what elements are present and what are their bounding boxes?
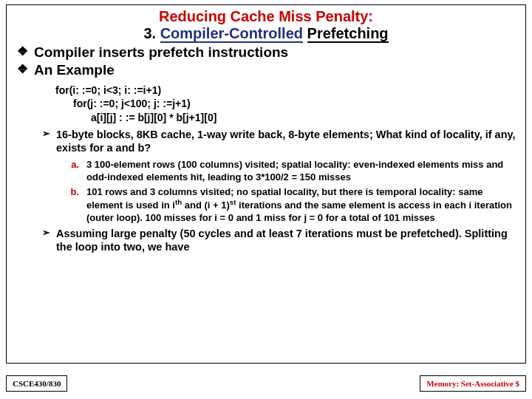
diamond-text: Compiler inserts prefetch instructions	[34, 44, 288, 61]
diamond-item: An Example	[17, 61, 518, 79]
code-line: a[i][j] : := b[j][0] * b[j+1][0]	[55, 111, 518, 125]
title-prefix: 3.	[143, 25, 156, 41]
alpha-text: 3 100-element rows (100 columns) visited…	[86, 159, 518, 183]
footer-left: CSCE430/830	[6, 375, 67, 392]
title-line1: Reducing Cache Miss Penalty:	[14, 8, 518, 25]
title-line2: 3. Compiler-Controlled Prefetching	[14, 25, 518, 42]
chevron-text: Assuming large penalty (50 cycles and at…	[56, 227, 518, 253]
alpha-item: a. 3 100-element rows (100 columns) visi…	[66, 159, 518, 183]
sup-th: th	[175, 198, 182, 206]
alpha-list: a. 3 100-element rows (100 columns) visi…	[14, 159, 518, 224]
alpha-text: 101 rows and 3 columns visited; no spati…	[86, 186, 518, 224]
alpha-span: and (i + 1)	[182, 200, 230, 211]
alpha-marker: b.	[66, 186, 79, 224]
alpha-item: b. 101 rows and 3 columns visited; no sp…	[66, 186, 518, 224]
diamond-text: An Example	[34, 61, 115, 79]
diamond-item: Compiler inserts prefetch instructions	[17, 44, 518, 61]
title-main: Compiler-Controlled	[160, 25, 303, 43]
chevron-item: Assuming large penalty (50 cycles and at…	[42, 227, 518, 253]
code-block: for(i: :=0; i<3; i: :=i+1) for(j: :=0; j…	[55, 83, 518, 126]
chevron-list: 16-byte blocks, 8KB cache, 1-way write b…	[14, 128, 518, 154]
alpha-marker: a.	[66, 159, 79, 183]
footer-right: Memory: Set-Associative $	[420, 375, 526, 392]
chevron-item: 16-byte blocks, 8KB cache, 1-way write b…	[42, 128, 518, 154]
chevron-list: Assuming large penalty (50 cycles and at…	[14, 227, 518, 253]
code-line: for(j: :=0; j<100; j: :=j+1)	[55, 97, 518, 111]
chevron-text: 16-byte blocks, 8KB cache, 1-way write b…	[56, 128, 518, 154]
slide-frame: Reducing Cache Miss Penalty: 3. Compiler…	[6, 4, 526, 364]
diamond-list: Compiler inserts prefetch instructions A…	[14, 44, 518, 79]
title-suffix: Prefetching	[307, 25, 389, 43]
code-line: for(i: :=0; i<3; i: :=i+1)	[55, 83, 518, 98]
